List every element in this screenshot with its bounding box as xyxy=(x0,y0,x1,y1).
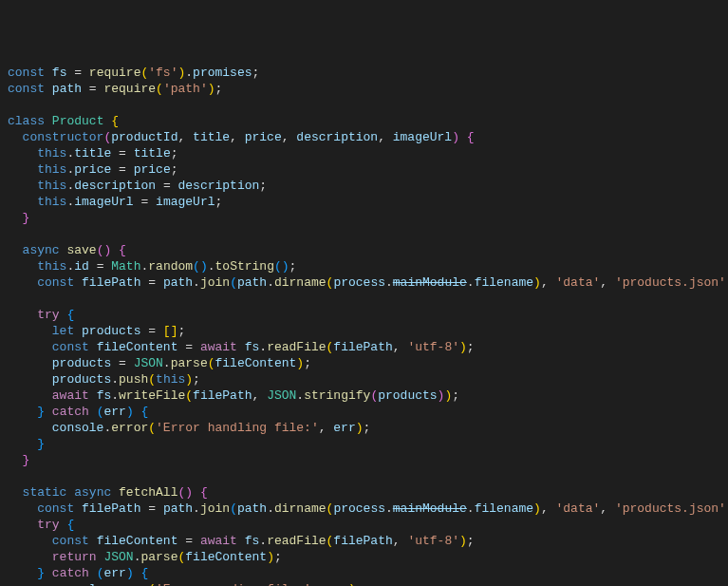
code-token: 'utf-8' xyxy=(407,340,459,354)
code-line[interactable]: } xyxy=(8,436,728,452)
code-line[interactable]: const fileContent = await fs.readFile(fi… xyxy=(8,339,728,355)
code-token: price xyxy=(74,162,111,177)
code-line[interactable]: products = JSON.parse(fileContent); xyxy=(8,355,728,371)
code-token: { xyxy=(119,243,126,257)
code-token: ; xyxy=(467,534,475,548)
code-line[interactable]: static async fetchAll() { xyxy=(8,484,728,501)
code-token: . xyxy=(467,501,475,516)
code-token: err xyxy=(103,566,125,580)
code-token: ( xyxy=(156,82,163,96)
code-line[interactable]: products.push(this); xyxy=(8,371,728,388)
code-token: JSON xyxy=(267,388,296,403)
code-token: filePath xyxy=(82,275,140,290)
code-line[interactable]: console.error('Error handling file:', er… xyxy=(8,420,728,436)
code-line[interactable]: } xyxy=(8,452,728,468)
code-editor[interactable]: const fs = require('fs').promises;const … xyxy=(8,65,728,586)
code-line[interactable]: constructor(productId, title, price, des… xyxy=(8,129,728,145)
code-line[interactable]: this.imageUrl = imageUrl; xyxy=(8,194,728,210)
code-line[interactable] xyxy=(8,291,728,307)
code-line[interactable]: async save() { xyxy=(8,242,728,258)
code-token xyxy=(45,66,52,80)
code-line[interactable]: class Product { xyxy=(8,113,728,129)
code-token: promises xyxy=(193,66,252,80)
code-token: . xyxy=(467,275,475,290)
code-token: process xyxy=(333,275,385,290)
code-token xyxy=(8,501,37,516)
code-token: const xyxy=(52,534,89,548)
code-token: dirname xyxy=(274,501,327,516)
code-token xyxy=(89,566,97,580)
code-line[interactable]: const filePath = path.join(path.dirname(… xyxy=(8,501,728,517)
code-line[interactable]: } catch (err) { xyxy=(8,404,728,420)
code-token xyxy=(8,437,37,451)
code-token: . xyxy=(267,501,274,516)
code-token: random xyxy=(148,259,193,274)
code-token: { xyxy=(111,114,119,128)
code-token: description xyxy=(177,179,259,193)
code-token: parse xyxy=(140,550,177,564)
code-token: this xyxy=(37,146,66,161)
code-line[interactable]: try { xyxy=(8,517,728,533)
code-line[interactable]: const fileContent = await fs.readFile(fi… xyxy=(8,533,728,549)
code-token: ( xyxy=(148,421,156,435)
code-line[interactable]: this.description = description; xyxy=(8,178,728,194)
code-line[interactable]: await fs.writeFile(filePath, JSON.string… xyxy=(8,388,728,404)
code-line[interactable]: console.error('Error reading file:', err… xyxy=(8,581,728,586)
code-token: catch xyxy=(52,405,89,419)
code-token xyxy=(237,534,245,548)
code-token: 'data' xyxy=(555,501,600,516)
code-token: ; xyxy=(274,550,282,564)
code-token xyxy=(8,356,52,370)
code-token: const xyxy=(8,66,45,80)
code-token xyxy=(8,195,37,209)
code-token: = xyxy=(111,146,133,161)
code-token xyxy=(8,259,37,274)
code-token: mainModule xyxy=(393,275,467,290)
code-token: const xyxy=(37,501,74,516)
code-token: ( xyxy=(148,582,156,586)
code-line[interactable]: let products = []; xyxy=(8,323,728,339)
code-line[interactable]: } xyxy=(8,210,728,226)
code-line[interactable]: const fs = require('fs').promises; xyxy=(8,65,728,81)
code-token: , xyxy=(541,501,556,516)
code-token: stringify xyxy=(304,388,370,403)
code-line[interactable]: const filePath = path.join(path.dirname(… xyxy=(8,274,728,291)
code-line[interactable] xyxy=(8,97,728,113)
code-line[interactable]: try { xyxy=(8,307,728,323)
code-token: } xyxy=(23,211,30,225)
code-line[interactable]: const path = require('path'); xyxy=(8,81,728,97)
code-token: ) xyxy=(126,405,134,419)
code-line[interactable]: this.title = title; xyxy=(8,145,728,161)
code-token: , xyxy=(177,130,193,144)
code-token: . xyxy=(259,340,267,354)
code-token: mainModule xyxy=(393,501,467,516)
code-line[interactable]: } catch (err) { xyxy=(8,565,728,581)
code-token: err xyxy=(333,421,355,435)
code-token: . xyxy=(111,372,119,387)
code-line[interactable]: this.price = price; xyxy=(8,161,728,178)
code-token: this xyxy=(37,195,66,209)
code-token: price xyxy=(245,130,282,144)
code-token: err xyxy=(103,405,125,419)
code-token: let xyxy=(52,324,74,338)
code-token: , xyxy=(252,388,268,403)
code-token: error xyxy=(111,582,148,586)
code-token: products xyxy=(378,388,437,403)
code-token: path xyxy=(163,501,193,516)
code-token: ; xyxy=(452,388,459,403)
code-token xyxy=(8,566,37,580)
code-token: ) xyxy=(267,550,274,564)
code-token: this xyxy=(37,179,66,193)
code-token xyxy=(8,518,37,532)
code-line[interactable] xyxy=(8,226,728,242)
code-token: , xyxy=(600,501,615,516)
code-token: try xyxy=(37,308,59,322)
code-line[interactable] xyxy=(8,468,728,484)
code-token: = xyxy=(66,66,88,80)
code-token: 'Error reading file:' xyxy=(156,582,311,586)
code-token: parse xyxy=(171,356,208,370)
code-line[interactable]: return JSON.parse(fileContent); xyxy=(8,549,728,565)
code-token: } xyxy=(37,437,45,451)
code-token: filePath xyxy=(82,501,140,516)
code-line[interactable]: this.id = Math.random().toString(); xyxy=(8,258,728,274)
